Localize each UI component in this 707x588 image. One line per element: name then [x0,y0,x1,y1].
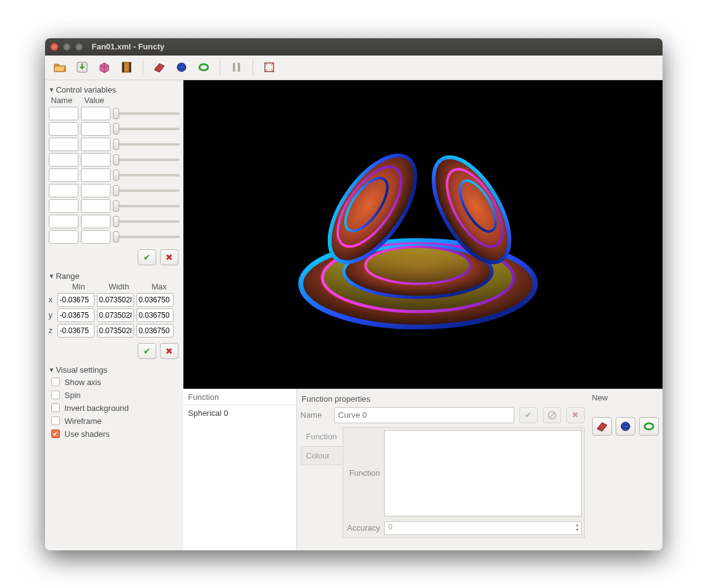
range-expander[interactable]: ▼ Range [49,271,180,281]
cv-name-input[interactable] [49,199,78,213]
new-cartesian-button[interactable] [592,417,612,436]
cv-slider[interactable] [113,138,180,151]
cv-name-input[interactable] [49,184,78,197]
cv-value-input[interactable] [81,215,111,228]
name-label: Name [301,410,329,420]
tab-function[interactable]: Function [301,427,343,446]
fullscreen-icon [263,61,275,73]
torus-icon [198,61,210,73]
cv-value-input[interactable] [81,184,111,197]
pause-button[interactable] [227,57,246,77]
cv-row [49,122,180,136]
control-variables-title: Control variables [56,85,116,94]
range-y-max[interactable] [136,308,174,322]
cv-name-input[interactable] [49,107,78,120]
range-z-min[interactable] [57,324,94,337]
function-field-label: Function [346,468,380,478]
cartesian-button[interactable] [149,57,169,77]
export-movie-button[interactable] [117,57,136,77]
range-cancel-button[interactable]: ✖ [160,343,178,359]
range-z-max[interactable] [136,324,174,337]
range-col-min: Min [59,282,99,291]
use-shaders-checkbox[interactable]: ✔ Use shaders [49,428,180,441]
disabled-action-button[interactable] [543,407,561,423]
cv-value-input[interactable] [81,138,111,151]
cv-value-input[interactable] [81,230,111,244]
cv-slider[interactable] [113,215,180,228]
wireframe-checkbox[interactable]: Wireframe [49,415,180,428]
svg-rect-2 [122,62,124,72]
save-file-button[interactable] [72,57,92,77]
cv-slider[interactable] [113,122,180,136]
delete-function-button[interactable]: ✖ [566,407,585,423]
apply-name-button[interactable]: ✔ [519,407,538,423]
save-icon [75,60,89,74]
checkbox-icon: ✔ [51,429,60,438]
cv-slider[interactable] [113,184,180,197]
export-3d-button[interactable] [94,57,114,77]
curve-button[interactable] [194,57,214,77]
open-file-button[interactable] [50,57,70,77]
cv-slider[interactable] [113,153,180,167]
range-z-width[interactable] [97,324,134,337]
invert-bg-checkbox[interactable]: Invert background [49,402,180,415]
show-axis-checkbox[interactable]: Show axis [49,376,180,389]
film-icon [120,60,133,74]
cv-value-input[interactable] [81,168,111,182]
cv-slider[interactable] [113,168,180,182]
cv-value-input[interactable] [81,107,111,120]
range-y-min[interactable] [57,308,94,322]
cv-value-input[interactable] [81,122,111,136]
control-variables-expander[interactable]: ▼ Control variables [49,85,180,94]
cv-name-input[interactable] [49,153,78,167]
range-col-width: Width [99,282,139,291]
svg-point-28 [621,422,630,431]
cv-value-input[interactable] [81,199,111,213]
range-apply-button[interactable]: ✔ [138,343,156,359]
window-title: Fan01.xml - Functy [92,42,165,51]
tab-colour[interactable]: Colour [301,446,343,465]
function-list-header: Function [183,389,296,405]
range-y-width[interactable] [97,308,134,322]
cv-col-value: Value [85,96,104,105]
function-name-input[interactable] [334,407,514,423]
spherical-button[interactable] [172,57,191,77]
range-col-max: Max [139,282,179,291]
cv-slider[interactable] [113,199,180,213]
range-x-width[interactable] [97,293,134,307]
cv-row [49,184,180,197]
range-x-max[interactable] [136,293,174,307]
visual-settings-expander[interactable]: ▼ Visual settings [49,365,180,375]
spin-checkbox[interactable]: Spin [49,389,180,402]
range-x-min[interactable] [57,293,94,307]
accuracy-spinbox[interactable]: 0 ▲▼ [384,521,582,535]
window-minimize-button[interactable] [62,43,71,51]
function-textarea[interactable] [384,430,582,516]
toolbar [45,56,663,80]
cv-name-input[interactable] [49,122,78,136]
viewport-3d[interactable] [183,80,663,389]
new-curve-button[interactable] [639,417,659,436]
svg-point-6 [199,64,208,70]
cv-cancel-button[interactable]: ✖ [160,249,178,265]
no-entry-icon [547,410,557,420]
cv-col-name: Name [51,96,81,105]
cv-slider[interactable] [113,230,180,244]
spin-arrows-icon: ▲▼ [575,523,580,532]
cv-name-input[interactable] [49,138,78,151]
function-list-item[interactable]: Spherical 0 [183,405,296,421]
new-function-panel: New [588,389,663,550]
cv-apply-button[interactable]: ✔ [138,249,156,265]
cv-name-input[interactable] [49,230,78,244]
fullscreen-button[interactable] [259,57,279,77]
folder-open-icon [53,60,67,74]
cv-name-input[interactable] [49,168,78,182]
cv-value-input[interactable] [81,153,111,167]
cv-slider[interactable] [113,107,180,120]
new-spherical-button[interactable] [616,417,635,436]
range-z-label: z [49,326,55,335]
sphere-icon [619,420,632,433]
window-close-button[interactable] [50,43,59,51]
cv-name-input[interactable] [49,215,78,228]
window-maximize-button[interactable] [75,43,83,51]
